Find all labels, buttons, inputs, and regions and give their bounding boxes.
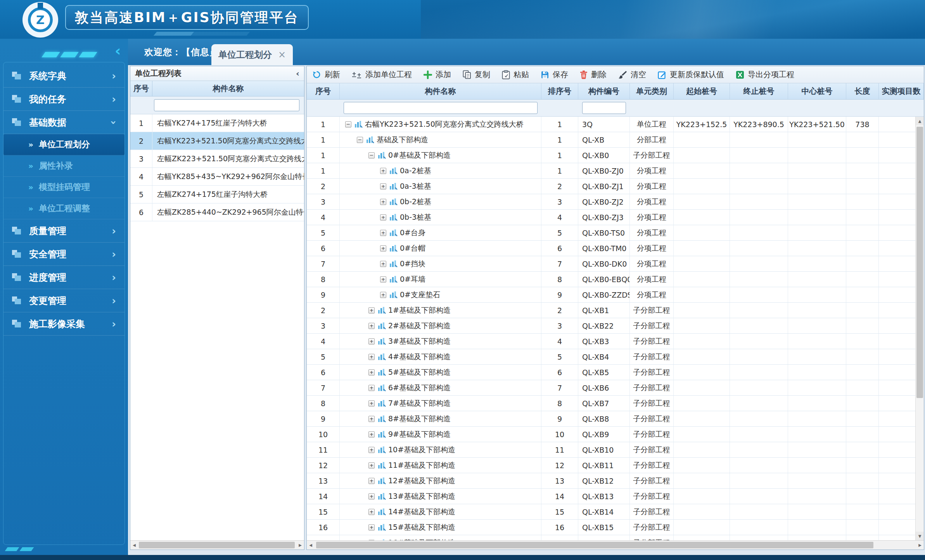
expand-node-icon[interactable]: + <box>368 431 375 438</box>
scroll-down-icon[interactable]: ▼ <box>916 532 924 540</box>
vscroll-thumb[interactable] <box>916 127 923 398</box>
unit-list-row[interactable]: 6左幅ZK285+440~ZK292+965阿尔金山特长隧道 <box>130 203 304 221</box>
tree-table-row[interactable]: 1−0#基础及下部构造1QL-XB0子分部工程 <box>307 148 924 163</box>
tree-table-row[interactable]: 3+0b-2桩基3QL-XB0-ZJ2分项工程 <box>307 194 924 210</box>
toolbar-button-8[interactable]: 更新质保默认值 <box>658 69 724 80</box>
expand-node-icon[interactable]: + <box>368 478 375 484</box>
sidebar-item-7[interactable]: 施工影像采集› <box>3 312 124 336</box>
expand-node-icon[interactable]: + <box>368 509 375 515</box>
tree-table-vscrollbar[interactable]: ▲ ▼ <box>915 117 924 540</box>
tree-table-row[interactable]: 1−右幅YK223+521.50阿克塞分离式立交跨线大桥13Q单位工程YK223… <box>307 117 924 132</box>
tree-table-row[interactable]: 9+0#支座垫石9QL-XB0-ZZDS0分项工程 <box>307 287 924 303</box>
tree-table-row[interactable]: 2+0a-3桩基2QL-XB0-ZJ1分项工程 <box>307 179 924 194</box>
expand-node-icon[interactable]: + <box>380 292 386 298</box>
expand-node-icon[interactable]: + <box>368 323 375 329</box>
unit-list-row[interactable]: 4右幅YK285+435~YK292+962阿尔金山特长隧道 <box>130 168 304 186</box>
toolbar-button-6[interactable]: 删除 <box>580 69 607 80</box>
tree-table-row[interactable]: 2+1#基础及下部构造2QL-XB1子分部工程 <box>307 303 924 318</box>
expand-node-icon[interactable]: + <box>368 462 375 469</box>
expand-node-icon[interactable]: + <box>368 369 375 376</box>
expand-node-icon[interactable]: + <box>368 400 375 407</box>
expand-node-icon[interactable]: + <box>380 183 386 190</box>
sidebar-item-3[interactable]: 质量管理› <box>3 219 124 243</box>
tree-table-row[interactable]: 17+16#基础及下部构造17QL-XB16子分部工程 <box>307 535 924 540</box>
tree-col-header-2[interactable]: 排序号 <box>541 83 578 99</box>
sidebar-subitem-2-1[interactable]: »属性补录 <box>3 155 124 177</box>
tab-close-icon[interactable]: × <box>278 50 286 59</box>
expand-node-icon[interactable]: + <box>368 338 375 345</box>
tree-col-header-0[interactable]: 序号 <box>307 83 340 99</box>
hscroll-thumb[interactable] <box>139 542 295 548</box>
tree-table-row[interactable]: 11+10#基础及下部构造11QL-XB10子分部工程 <box>307 442 924 458</box>
expand-node-icon[interactable]: + <box>368 416 375 422</box>
tree-col-header-5[interactable]: 起始桩号 <box>674 83 730 99</box>
toolbar-button-5[interactable]: 保存 <box>541 69 568 80</box>
tree-col-header-1[interactable]: 构件名称 <box>340 83 541 99</box>
collapse-node-icon[interactable]: − <box>357 137 363 143</box>
hscroll-thumb[interactable] <box>316 542 873 548</box>
sidebar-subitem-2-0[interactable]: »单位工程划分 <box>3 134 124 155</box>
unit-name-filter-input[interactable] <box>154 99 299 111</box>
tree-table-row[interactable]: 8+0#耳墙8QL-XB0-EBQ0分项工程 <box>307 272 924 287</box>
scroll-right-icon[interactable]: ▶ <box>916 541 924 550</box>
sidebar-item-5[interactable]: 进度管理› <box>3 266 124 289</box>
expand-node-icon[interactable]: + <box>380 214 386 221</box>
sidebar-item-4[interactable]: 安全管理› <box>3 243 124 266</box>
sidebar-subitem-2-3[interactable]: »单位工程调整 <box>3 198 124 219</box>
collapse-node-icon[interactable]: − <box>345 121 351 128</box>
scroll-right-icon[interactable]: ▶ <box>296 541 304 550</box>
expand-node-icon[interactable]: + <box>368 307 375 314</box>
tree-table-row[interactable]: 1+0a-2桩基1QL-XB0-ZJ0分项工程 <box>307 163 924 179</box>
sidebar-item-0[interactable]: 系统字典› <box>3 64 124 88</box>
expand-node-icon[interactable]: + <box>380 245 386 252</box>
sidebar-subitem-2-2[interactable]: »模型挂码管理 <box>3 177 124 198</box>
tree-col-header-3[interactable]: 构件编号 <box>578 83 630 99</box>
expand-node-icon[interactable]: + <box>380 168 386 174</box>
tree-table-row[interactable]: 15+14#基础及下部构造15QL-XB14子分部工程 <box>307 504 924 520</box>
tree-table-row[interactable]: 5+0#台身5QL-XB0-TS0分项工程 <box>307 225 924 241</box>
tree-table-row[interactable]: 14+13#基础及下部构造14QL-XB13子分部工程 <box>307 489 924 504</box>
expand-node-icon[interactable]: + <box>380 199 386 205</box>
panel-collapse-icon[interactable]: ‹ <box>296 69 299 78</box>
tab-unit-project-division[interactable]: 单位工程划分 × <box>211 44 293 65</box>
scroll-left-icon[interactable]: ◀ <box>307 541 315 550</box>
tree-col-header-9[interactable]: 实测项目数 <box>879 83 924 99</box>
tree-table-row[interactable]: 10+9#基础及下部构造10QL-XB9子分部工程 <box>307 427 924 442</box>
tree-table-row[interactable]: 4+3#基础及下部构造4QL-XB3子分部工程 <box>307 334 924 349</box>
tree-name-filter-input[interactable] <box>344 102 538 114</box>
tree-table-hscrollbar[interactable]: ◀ ▶ <box>307 540 924 550</box>
toolbar-button-0[interactable]: 刷新 <box>312 69 340 80</box>
unit-list-row[interactable]: 2右幅YK223+521.50阿克塞分离式立交跨线大桥 <box>130 132 304 150</box>
sidebar-item-1[interactable]: 我的任务› <box>3 88 124 111</box>
expand-node-icon[interactable]: + <box>380 230 386 236</box>
sidebar-item-6[interactable]: 变更管理› <box>3 289 124 312</box>
expand-node-icon[interactable]: + <box>368 354 375 360</box>
tree-col-header-4[interactable]: 单元类别 <box>630 83 674 99</box>
expand-node-icon[interactable]: + <box>368 385 375 391</box>
toolbar-button-1[interactable]: 添加单位工程 <box>352 69 412 80</box>
expand-node-icon[interactable]: + <box>368 524 375 531</box>
toolbar-button-4[interactable]: 粘贴 <box>502 69 529 80</box>
tree-table-row[interactable]: 5+4#基础及下部构造5QL-XB4子分部工程 <box>307 349 924 365</box>
unit-list-row[interactable]: 1右幅YK274+175红崖子沟特大桥 <box>130 114 304 132</box>
expand-node-icon[interactable]: + <box>380 276 386 283</box>
sidebar-collapse-icon[interactable]: ‹ <box>115 43 121 58</box>
tree-col-header-6[interactable]: 终止桩号 <box>730 83 788 99</box>
tree-table-row[interactable]: 6+0#台帽6QL-XB0-TM0分项工程 <box>307 241 924 256</box>
tree-table-row[interactable]: 3+2#基础及下部构造3QL-XB22子分部工程 <box>307 318 924 334</box>
tree-code-filter-input[interactable] <box>582 102 626 114</box>
scroll-left-icon[interactable]: ◀ <box>130 541 138 550</box>
tree-table-row[interactable]: 6+5#基础及下部构造6QL-XB5子分部工程 <box>307 365 924 380</box>
collapse-node-icon[interactable]: − <box>368 152 375 159</box>
scroll-up-icon[interactable]: ▲ <box>916 117 924 125</box>
tree-table-row[interactable]: 12+11#基础及下部构造12QL-XB11子分部工程 <box>307 458 924 473</box>
expand-node-icon[interactable]: + <box>368 493 375 500</box>
tree-table-row[interactable]: 4+0b-3桩基4QL-XB0-ZJ3分项工程 <box>307 210 924 225</box>
tree-table-row[interactable]: 7+0#挡块7QL-XB0-DK0分项工程 <box>307 256 924 272</box>
tree-table-row[interactable]: 16+15#基础及下部构造16QL-XB15子分部工程 <box>307 520 924 535</box>
toolbar-button-2[interactable]: 添加 <box>424 69 451 80</box>
expand-node-icon[interactable]: + <box>368 447 375 453</box>
sidebar-item-2[interactable]: 基础数据› <box>3 111 124 134</box>
unit-list-row[interactable]: 3左幅ZK223+521.50阿克塞分离式立交跨线大桥 <box>130 150 304 168</box>
tree-table-row[interactable]: 9+8#基础及下部构造9QL-XB8子分部工程 <box>307 411 924 427</box>
